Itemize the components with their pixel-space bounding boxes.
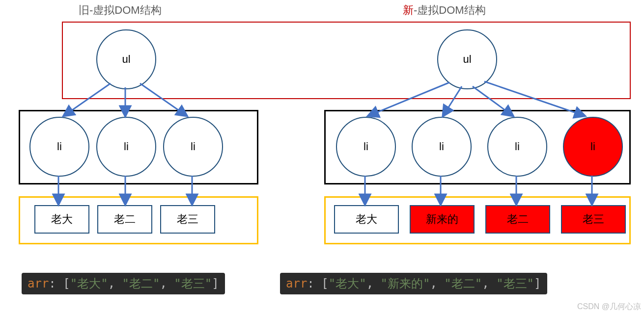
right-item-2: 老二: [485, 205, 550, 234]
left-li-1-label: li: [124, 140, 129, 153]
title-new-prefix: 新: [403, 4, 414, 16]
left-li-0-label: li: [57, 140, 62, 153]
left-item-2-label: 老三: [177, 212, 198, 227]
left-item-1-label: 老二: [114, 212, 136, 227]
right-li-0-label: li: [364, 140, 368, 153]
code-var: arr: [286, 277, 307, 290]
title-old: 旧-虚拟DOM结构: [79, 3, 162, 18]
right-code: arr: ["老大", "新来的", "老二", "老三"]: [280, 273, 547, 294]
title-old-rest: -虚拟DOM结构: [89, 4, 162, 16]
left-li-2: li: [163, 117, 223, 177]
right-item-0: 老大: [334, 205, 399, 234]
right-li-0: li: [336, 117, 396, 177]
left-item-0: 老大: [34, 205, 89, 234]
code-var: arr: [28, 277, 49, 290]
right-ul-node: ul: [437, 29, 497, 89]
left-item-1: 老二: [97, 205, 152, 234]
right-item-1-label: 新来的: [426, 212, 458, 227]
right-item-3-label: 老三: [583, 212, 604, 227]
title-new-rest: -虚拟DOM结构: [414, 4, 486, 16]
left-item-0-label: 老大: [51, 212, 73, 227]
title-old-prefix: 旧: [79, 4, 89, 16]
right-li-3-label: li: [590, 140, 595, 153]
right-li-2: li: [487, 117, 547, 177]
right-item-0-label: 老大: [356, 212, 377, 227]
left-code: arr: ["老大", "老二", "老三"]: [22, 273, 225, 294]
right-item-3: 老三: [561, 205, 626, 234]
left-li-1: li: [96, 117, 156, 177]
right-li-3: li: [563, 117, 623, 177]
watermark: CSDN @几何心凉: [577, 302, 641, 312]
right-li-1: li: [412, 117, 472, 177]
right-item-2-label: 老二: [507, 212, 529, 227]
left-li-2-label: li: [191, 140, 196, 153]
left-li-0: li: [29, 117, 89, 177]
right-ul-label: ul: [463, 53, 471, 66]
right-li-2-label: li: [515, 140, 520, 153]
right-item-1: 新来的: [410, 205, 475, 234]
right-li-1-label: li: [439, 140, 444, 153]
left-ul-label: ul: [122, 53, 130, 66]
left-item-2: 老三: [160, 205, 215, 234]
left-ul-node: ul: [96, 29, 156, 89]
title-new: 新-虚拟DOM结构: [403, 3, 486, 18]
